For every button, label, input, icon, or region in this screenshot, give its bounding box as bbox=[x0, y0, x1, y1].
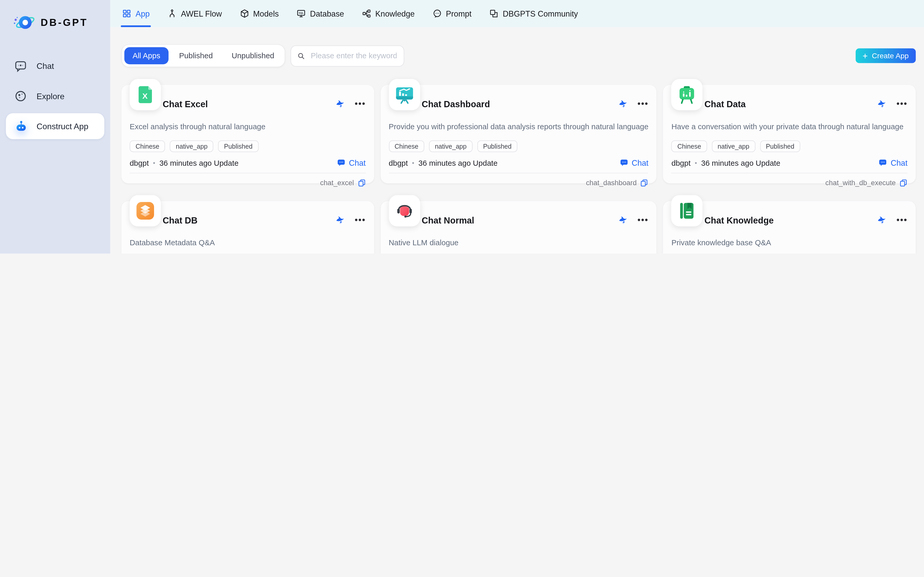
app-title: Chat Normal bbox=[422, 215, 474, 225]
sidebar-item-construct-app[interactable]: Construct App bbox=[6, 113, 104, 139]
card-actions: ••• bbox=[335, 99, 366, 109]
app-description: Database Metadata Q&A bbox=[130, 238, 366, 247]
app-card[interactable]: Chat DB ••• Database Metadata Q&A Chines… bbox=[121, 201, 374, 253]
ellipsis-icon[interactable]: ••• bbox=[638, 101, 649, 107]
tag-list: Chinese native_app Published bbox=[389, 140, 649, 152]
owner-name: dbgpt bbox=[130, 158, 149, 167]
card-actions: ••• bbox=[877, 215, 908, 225]
app-icon-tile bbox=[672, 79, 703, 110]
dingtalk-bird-icon[interactable] bbox=[335, 215, 345, 225]
sidebar-item-label: Construct App bbox=[37, 121, 88, 131]
app-card[interactable]: Chat Data ••• Have a conversation with y… bbox=[663, 85, 916, 183]
package-icon bbox=[239, 9, 249, 18]
card-meta: dbgpt • 36 minutes ago Update Chat bbox=[389, 158, 649, 167]
sidebar-item-explore[interactable]: Explore bbox=[6, 83, 104, 109]
ellipsis-icon[interactable]: ••• bbox=[355, 217, 366, 223]
ellipsis-icon[interactable]: ••• bbox=[355, 101, 366, 107]
tag: Published bbox=[218, 140, 259, 152]
search-input[interactable] bbox=[310, 51, 398, 61]
card-footer: chat_excel bbox=[130, 173, 366, 192]
tab-knowledge[interactable]: Knowledge bbox=[362, 0, 415, 27]
chat-link[interactable]: Chat bbox=[878, 158, 908, 167]
dashboard-board-icon bbox=[394, 84, 415, 105]
updated-time: 36 minutes ago Update bbox=[701, 158, 780, 167]
tab-prompt[interactable]: Prompt bbox=[432, 0, 471, 27]
tag-list: Chinese native_app Published bbox=[130, 140, 366, 152]
card-actions: ••• bbox=[618, 215, 649, 225]
filter-segmented-control: All Apps Published Unpublished bbox=[121, 44, 286, 67]
copy-icon[interactable] bbox=[357, 179, 366, 187]
card-footer: chat_dashboard bbox=[389, 173, 649, 192]
card-header: Chat Knowledge ••• bbox=[672, 209, 908, 230]
meta-separator: • bbox=[153, 159, 155, 166]
meta-separator: • bbox=[412, 159, 415, 166]
app-code: chat_dashboard bbox=[586, 179, 637, 187]
db-gpt-app-window: DB-GPT Chat Explo bbox=[0, 0, 924, 253]
card-header: Chat Excel ••• bbox=[130, 93, 366, 114]
filter-all-apps[interactable]: All Apps bbox=[124, 47, 169, 64]
tab-dbgpts-community[interactable]: DBGPTS Community bbox=[489, 0, 578, 27]
filter-unpublished[interactable]: Unpublished bbox=[223, 47, 282, 64]
chat-link[interactable]: Chat bbox=[336, 158, 366, 167]
tab-label: AWEL Flow bbox=[181, 9, 222, 18]
tab-models[interactable]: Models bbox=[239, 0, 279, 27]
card-meta: dbgpt • 36 minutes ago Update Chat bbox=[672, 158, 908, 167]
svg-text:X: X bbox=[142, 92, 148, 100]
keyword-search bbox=[291, 45, 404, 66]
tab-awel-flow[interactable]: AWEL Flow bbox=[167, 0, 222, 27]
ellipsis-icon[interactable]: ••• bbox=[897, 101, 908, 107]
tab-label: DBGPTS Community bbox=[503, 9, 578, 18]
svg-text:SQL: SQL bbox=[299, 11, 304, 14]
tag: Published bbox=[760, 140, 800, 152]
ellipsis-icon[interactable]: ••• bbox=[638, 217, 649, 223]
owner-name: dbgpt bbox=[389, 158, 408, 167]
comment-icon bbox=[432, 9, 442, 18]
dingtalk-bird-icon[interactable] bbox=[877, 99, 887, 109]
tab-app[interactable]: App bbox=[122, 0, 149, 27]
ellipsis-icon[interactable]: ••• bbox=[897, 217, 908, 223]
app-description: Native LLM dialogue bbox=[389, 238, 649, 247]
sidebar-item-chat[interactable]: Chat bbox=[6, 53, 104, 79]
tag: native_app bbox=[429, 140, 472, 152]
tag: Chinese bbox=[672, 140, 707, 152]
updated-time: 36 minutes ago Update bbox=[418, 158, 497, 167]
app-icon-tile: X bbox=[130, 79, 161, 110]
brand-logo: DB-GPT bbox=[0, 0, 110, 33]
app-title: Chat DB bbox=[162, 215, 198, 225]
dingtalk-bird-icon[interactable] bbox=[335, 99, 345, 109]
app-code: chat_with_db_execute bbox=[825, 179, 896, 187]
app-icon-tile bbox=[389, 79, 420, 110]
app-card[interactable]: Chat Dashboard ••• Provide you with prof… bbox=[381, 85, 657, 183]
chat-bubble-filled-icon bbox=[619, 158, 629, 167]
dingtalk-bird-icon[interactable] bbox=[618, 99, 628, 109]
grid-icon bbox=[122, 9, 131, 18]
filter-published[interactable]: Published bbox=[171, 47, 221, 64]
sidebar: DB-GPT Chat Explo bbox=[0, 0, 110, 253]
main-content: All Apps Published Unpublished + Create … bbox=[110, 27, 924, 253]
create-app-button[interactable]: + Create App bbox=[855, 48, 916, 63]
db-gpt-planet-logo-icon bbox=[13, 13, 37, 33]
community-grid-icon bbox=[489, 9, 498, 18]
tag: native_app bbox=[170, 140, 214, 152]
dingtalk-bird-icon[interactable] bbox=[877, 215, 887, 225]
app-title: Chat Dashboard bbox=[422, 99, 490, 109]
card-header: Chat Dashboard ••• bbox=[389, 93, 649, 114]
chat-link[interactable]: Chat bbox=[619, 158, 649, 167]
tab-label: Database bbox=[310, 9, 344, 18]
brand-name: DB-GPT bbox=[41, 17, 88, 29]
copy-icon[interactable] bbox=[899, 179, 908, 187]
card-header: Chat Data ••• bbox=[672, 93, 908, 114]
app-card[interactable]: Chat Normal ••• Native LLM dialogue Chin… bbox=[381, 201, 657, 253]
top-navigation: App AWEL Flow Models SQL bbox=[110, 0, 924, 27]
chat-bubble-filled-icon bbox=[336, 158, 346, 167]
app-card[interactable]: Chat Knowledge ••• Private knowledge bas… bbox=[663, 201, 916, 253]
search-icon bbox=[297, 52, 305, 60]
tag: Chinese bbox=[130, 140, 165, 152]
copy-icon[interactable] bbox=[640, 179, 649, 187]
explore-planet-icon bbox=[14, 90, 27, 103]
app-title: Chat Knowledge bbox=[704, 215, 774, 225]
tab-database[interactable]: SQL Database bbox=[296, 0, 344, 27]
dingtalk-bird-icon[interactable] bbox=[618, 215, 628, 225]
card-actions: ••• bbox=[877, 99, 908, 109]
app-card[interactable]: X Chat Excel ••• Excel analysis through … bbox=[121, 85, 374, 183]
